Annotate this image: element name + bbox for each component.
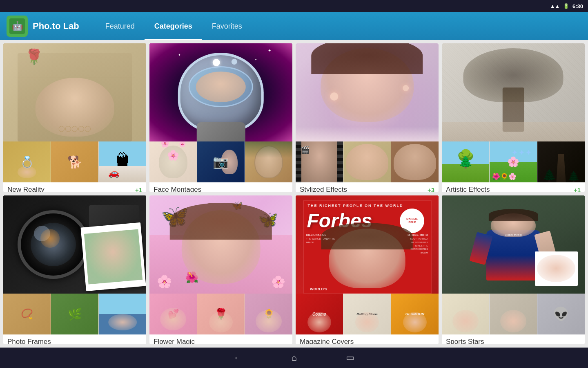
thumb-filmstrip xyxy=(296,141,343,182)
app-logo[interactable]: 🤖 xyxy=(7,16,28,37)
thumb-landscape1: 🌳 xyxy=(442,141,489,182)
bottom-nav: ← ⌂ ▭ xyxy=(0,348,588,368)
card-label-row-sports-stars: Sports Stars xyxy=(442,334,585,344)
card-thumb-row-flower-magic: 💕 🌹 🌻 xyxy=(149,294,292,334)
card-count: +1 xyxy=(574,186,581,193)
thumb-sepia xyxy=(391,141,439,182)
thumb-mountain: 🏔 🚗 xyxy=(99,141,146,182)
category-card-photo-frames[interactable]: 📿 🌿 Photo Frames xyxy=(3,195,146,344)
category-card-stylized-effects[interactable]: Stylized Effects +3 xyxy=(296,43,439,192)
card-main-image-face-montages: ✦ ✦ ✦ xyxy=(149,43,292,141)
thumb-flowers: 🌸 🌸 xyxy=(149,141,197,182)
category-card-artistic-effects[interactable]: 🌳 🌺🌻🌸 ✦✦✦ 🌲 🌲 xyxy=(442,43,585,192)
card-thumb-row-face-montages: 🌸 🌸 📷 xyxy=(149,141,292,182)
thumb-forest: 🌿 xyxy=(51,294,98,334)
logo-icon: 🤖 xyxy=(9,18,25,34)
card-label: Sports Stars xyxy=(446,338,484,344)
back-button[interactable]: ← xyxy=(234,352,243,363)
card-label: New Reality xyxy=(7,186,45,192)
card-label: Flower Magic xyxy=(154,338,195,344)
home-button[interactable]: ⌂ xyxy=(292,352,297,363)
svg-text:🤖: 🤖 xyxy=(12,20,23,31)
main-content: 🌹 ◯◯◯◯◯ 💍 🏔 🚗 xyxy=(0,40,588,348)
thumb-dog xyxy=(51,141,98,182)
card-thumb-row-stylized-effects xyxy=(296,141,439,182)
tab-categories[interactable]: Categories xyxy=(145,12,202,40)
card-main-image-sports-stars: Lionel Messi xyxy=(442,195,585,294)
thumb-sunflower: 🌻 xyxy=(245,294,292,334)
thumb-alien: 👽 xyxy=(537,294,585,334)
card-label: Face Montages xyxy=(154,186,201,192)
category-card-sports-stars[interactable]: Lionel Messi xyxy=(442,195,585,344)
thumb-lake xyxy=(99,294,146,334)
card-label-row-new-reality: New Reality +1 xyxy=(3,182,146,192)
status-bar: ▲▲ 🔋 6:30 xyxy=(0,0,588,12)
card-count: +3 xyxy=(428,186,434,193)
card-main-image-stylized-effects xyxy=(296,43,439,141)
recents-button[interactable]: ▭ xyxy=(346,352,354,363)
thumb-camera-woman: 📷 xyxy=(197,141,245,182)
thumb-sports-face xyxy=(490,294,537,334)
thumb-mona-lisa xyxy=(245,141,292,182)
battery-icon: 🔋 xyxy=(563,3,569,9)
card-label: Magazine Covers xyxy=(300,338,354,344)
thumb-rose: 🌹 xyxy=(197,294,245,334)
tab-featured[interactable]: Featured xyxy=(96,12,145,40)
thumb-cosmopolitan: Cosmo xyxy=(296,294,343,334)
thumb-glamour: GLAMOUR xyxy=(391,294,439,334)
thumb-flowers-landscape: 🌺🌻🌸 ✦✦✦ xyxy=(490,141,537,182)
thumb-vintage xyxy=(343,141,391,182)
time-display: 6:30 xyxy=(572,3,583,9)
card-label: Stylized Effects xyxy=(300,186,347,192)
app-title: Pho.to Lab xyxy=(33,21,79,31)
card-label-row-stylized-effects: Stylized Effects +3 xyxy=(296,182,439,192)
thumb-rolling-stone: Rolling Stone xyxy=(343,294,391,334)
card-label: Artistic Effects xyxy=(446,186,490,192)
category-card-face-montages[interactable]: ✦ ✦ ✦ xyxy=(149,43,292,192)
thumb-ring: 💍 xyxy=(3,141,51,182)
card-label-row-magazine-covers: Magazine Covers xyxy=(296,334,439,344)
card-thumb-row-sports-stars: 👽 xyxy=(442,294,585,334)
card-thumb-row-artistic-effects: 🌳 🌺🌻🌸 ✦✦✦ 🌲 🌲 xyxy=(442,141,585,182)
card-label-row-face-montages: Face Montages xyxy=(149,182,292,192)
card-label-row-artistic-effects: Artistic Effects +1 xyxy=(442,182,585,192)
thumb-hearts: 💕 xyxy=(149,294,197,334)
card-main-image-new-reality: 🌹 ◯◯◯◯◯ xyxy=(3,43,146,141)
nav-bar: 🤖 Pho.to Lab Featured Categories Favorit… xyxy=(0,12,588,40)
card-thumb-row-magazine-covers: Cosmo Rolling Stone GLAMOUR xyxy=(296,294,439,334)
card-label-row-flower-magic: Flower Magic xyxy=(149,334,292,344)
card-main-image-magazine-covers: THE RICHEST PEOPLE ON THE WORLD Forbes S… xyxy=(296,195,439,294)
category-card-new-reality[interactable]: 🌹 ◯◯◯◯◯ 💍 🏔 🚗 xyxy=(3,43,146,192)
thumb-dark-road: 🌲 🌲 xyxy=(537,141,585,182)
thumb-jewelry: 📿 xyxy=(3,294,51,334)
thumb-crowd xyxy=(442,294,489,334)
card-main-image-photo-frames xyxy=(3,195,146,294)
card-label-row-photo-frames: Photo Frames xyxy=(3,334,146,344)
wifi-icon: ▲▲ xyxy=(550,3,560,9)
card-main-image-artistic-effects xyxy=(442,43,585,141)
card-thumb-row-new-reality: 💍 🏔 🚗 xyxy=(3,141,146,182)
card-main-image-flower-magic: 🦋 🦋 🦋 🌸 🌺 🌸 xyxy=(149,195,292,294)
card-count: +1 xyxy=(135,186,142,193)
category-card-magazine-covers[interactable]: THE RICHEST PEOPLE ON THE WORLD Forbes S… xyxy=(296,195,439,344)
card-label: Photo Frames xyxy=(7,338,51,344)
tab-favorites[interactable]: Favorites xyxy=(202,12,252,40)
category-card-flower-magic[interactable]: 🦋 🦋 🦋 🌸 🌺 🌸 💕 xyxy=(149,195,292,344)
card-thumb-row-photo-frames: 📿 🌿 xyxy=(3,294,146,334)
